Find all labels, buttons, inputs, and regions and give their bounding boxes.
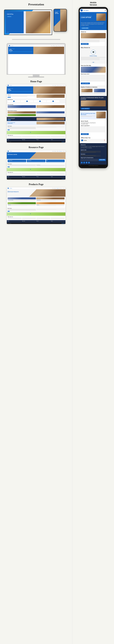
- explore-item-4: [36, 114, 65, 116]
- m-product-1: [81, 88, 93, 94]
- m-footer-about: About Us Loan Mortgage is a retail mortg…: [81, 144, 106, 148]
- why-icon-3: [39, 100, 41, 102]
- products-page-title: Products Page: [3, 183, 70, 186]
- about-us-label: About Us: [7, 30, 9, 33]
- resource-item-2: Loan Calculator: [27, 160, 45, 162]
- m-trusted-500-img: [96, 112, 106, 118]
- product-4: VA Loans: [36, 202, 65, 206]
- explore-item-1: [8, 111, 36, 113]
- m-logo: Loan Option: [81, 9, 89, 12]
- m-trusted-text: Trusted & Professional Advisor for your …: [81, 97, 106, 100]
- m-footer-quick: Quick Link: [81, 149, 106, 153]
- logo-text: Loan Option: [10, 45, 13, 46]
- monitor-screen: Loan Option Home About Products Resource…: [8, 45, 64, 74]
- resource-grid: Mortgage Guide Loan Calculator FAQ: [7, 159, 65, 163]
- home-mini-site: Loan Option Home About Products Resource…: [7, 84, 65, 142]
- m-explore-title: Explore Products & Services: [81, 86, 106, 88]
- home-hero-img: [33, 86, 65, 94]
- m-logo-circle: [81, 9, 83, 12]
- trusted-img: [36, 118, 65, 120]
- about-left: About us Read More: [8, 94, 36, 98]
- m-footer: About Us Loan Mortgage is a retail mortg…: [80, 143, 107, 164]
- nav-home: Home: [51, 45, 53, 46]
- m-subscribe-input[interactable]: [81, 159, 98, 161]
- resource-map: [7, 168, 65, 171]
- product-3: FHA Loans: [8, 202, 36, 206]
- logo-circle: [9, 45, 10, 46]
- m-send-btn[interactable]: SEND NOW: [81, 133, 89, 135]
- m-trusted-btn[interactable]: GET STARTED: [81, 108, 90, 110]
- m-why-item-title: Online & Easy: [81, 55, 106, 56]
- resource-footer: About Quick Links Services: [7, 176, 65, 178]
- offices-grid: [8, 136, 65, 138]
- left-panel: Presentation Mortgage Loans & Home LOAN …: [0, 0, 72, 644]
- mini-hero-left: Mortgage Loans & Home LOANOPTION Learn M…: [8, 47, 33, 54]
- m-contact-input-2[interactable]: [81, 128, 106, 130]
- resource-hero: Welcome to RESOURCE CENTER: [7, 152, 65, 159]
- products-footer: About Quick Links Services: [7, 220, 65, 223]
- home-page-title: Home Page: [3, 80, 70, 83]
- m-contact-input-3[interactable]: [81, 130, 106, 132]
- m-read-more-btn[interactable]: READ MORE: [81, 43, 89, 45]
- products-hero: Our Mortgage Products: [7, 189, 65, 197]
- m-hero-img: [96, 14, 106, 21]
- m-why: Why Choose Us 🖥️ Online & Easy: [80, 46, 107, 64]
- hamburger-icon[interactable]: ☰: [105, 10, 106, 11]
- map-pin: [30, 132, 31, 132]
- products-map: [7, 212, 65, 216]
- m-about: About us READ MORE: [80, 30, 107, 46]
- home-footer: About Quick Links Services: [7, 139, 65, 142]
- m-question: Have a question?: [81, 125, 106, 126]
- help-img-1: [8, 105, 36, 108]
- products-contact: Get In Touch Send: [7, 207, 65, 212]
- resource-offices: Offices Near You: [7, 171, 65, 176]
- youtube-icon[interactable]: y: [88, 162, 90, 164]
- products-offices: Offices Near You: [7, 216, 65, 220]
- m-offices-title: Offices Near You: [81, 137, 106, 138]
- home-page-preview: Loan Option Home About Products Resource…: [7, 84, 66, 142]
- m-help-input-1[interactable]: [81, 75, 106, 77]
- home-hero-btn: Learn More: [8, 91, 32, 92]
- facebook-icon[interactable]: f: [81, 162, 83, 164]
- why-item-4: [47, 100, 59, 103]
- instagram-icon[interactable]: in: [86, 162, 88, 164]
- m-help-title: How Can We Help: [81, 65, 106, 66]
- mini-nav-links: Home About Products Resources Contact: [51, 45, 63, 46]
- home-contact: Get In Touch Send: [7, 125, 65, 131]
- m-phone: +44 (0)314 1368: [81, 124, 106, 124]
- m-help-start-btn[interactable]: GET STARTED: [81, 82, 90, 84]
- phone-hero-img: [60, 9, 67, 31]
- m-offices: Offices Near You Florida 📍: [80, 136, 107, 143]
- social-3: [63, 142, 64, 142]
- dot-3: [94, 62, 95, 63]
- help-info: [8, 108, 65, 109]
- home-offices: Offices Near You: [7, 134, 65, 139]
- m-footer-about-title: About Us: [81, 144, 106, 146]
- twitter-icon[interactable]: t: [83, 162, 85, 164]
- m-contact-title: Get In Touch: [81, 120, 106, 122]
- mini-hero-img: [33, 47, 64, 54]
- m-hero-text: Mortgage Loans & Home LOAN OPTION: [81, 16, 96, 18]
- why-item-2: [21, 100, 33, 103]
- laptop-bottom: [12, 39, 60, 40]
- m-help-input-2[interactable]: [81, 77, 106, 79]
- nav-contact: Contact: [61, 45, 63, 46]
- hero-cta-btn[interactable]: LEARN MORE: [7, 16, 12, 17]
- m-product-2: [94, 88, 106, 94]
- home-hero-left: Mortgage Loans & Home LOANOPTION Learn M…: [7, 86, 33, 94]
- resource-item-3: FAQ: [46, 160, 65, 162]
- home-logo-text: Loan Option: [9, 85, 12, 86]
- m-footer-signup: Sign Up For Email Alerts SUBSCRIBE: [81, 157, 106, 161]
- m-office-florida: Florida 📍: [81, 139, 106, 142]
- m-contact-input-1[interactable]: [81, 126, 106, 128]
- monitor-base: [28, 76, 44, 78]
- m-footer-services-title: Services: [81, 154, 106, 155]
- office-1: [8, 136, 21, 138]
- m-hero-big: LOAN OPTION: [81, 17, 96, 18]
- m-subscribe-btn[interactable]: SUBSCRIBE: [99, 159, 106, 161]
- about-right: [36, 94, 65, 98]
- products-grid: Fixed Rate Mortgage Adjustable Rate: [7, 197, 65, 207]
- m-hero-btn[interactable]: LEARN MORE: [81, 27, 89, 29]
- m-help-input-3[interactable]: [81, 80, 106, 82]
- mobile-phone-inner: Loan Option ☰ Mortgage Loans & Home LOAN…: [80, 9, 107, 166]
